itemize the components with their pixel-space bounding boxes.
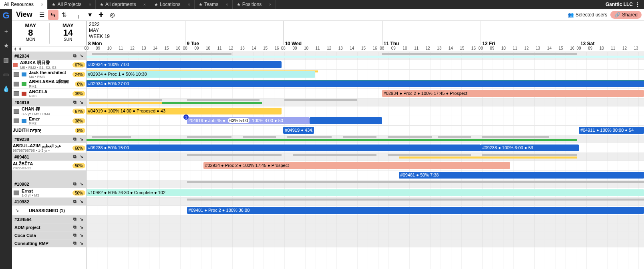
tab-locations[interactable]: ★ Locations × [150, 0, 195, 9]
timeline-row[interactable] [87, 98, 644, 106]
task-bar[interactable]: #09481 ● Proc 2 ● 100% 36:00 [187, 207, 644, 214]
task-bar[interactable] [187, 99, 260, 101]
task-bar[interactable] [382, 53, 577, 55]
open-icon[interactable]: ⧉ [72, 99, 78, 106]
task-bar[interactable] [293, 154, 376, 156]
task-bar[interactable] [287, 136, 332, 138]
timeline-row[interactable]: #09238 ● 50% 15:00#09238 ● 100% 6:00 ● 5… [87, 143, 644, 153]
unassigned-row[interactable]: ↘UNASSIGNED (1) [12, 206, 86, 215]
timeline-row[interactable]: #09481 ● Proc 2 ● 100% 36:00 [87, 206, 644, 215]
focus-icon[interactable]: ◎ [107, 10, 118, 20]
task-bar[interactable] [187, 181, 644, 183]
open-icon[interactable]: ⧉ [72, 53, 78, 59]
add-icon[interactable]: ＋ [1, 26, 11, 36]
task-bar[interactable] [87, 56, 382, 58]
resource-row[interactable]: ABDUL-AZIM عبد العظيم98798798798 • 1-3 y… [12, 143, 86, 153]
chevron-down-icon[interactable]: ↘ [78, 224, 85, 231]
task-bar[interactable] [482, 154, 577, 156]
chevron-down-icon[interactable]: ↘ [78, 136, 85, 143]
task-bar[interactable]: #02934 ● 100% 7:00 [87, 61, 282, 68]
resource-row[interactable]: Jack the architectM4 • RM324% [12, 70, 86, 79]
task-bar[interactable]: #04919 ● 434… [283, 127, 314, 134]
task-bar[interactable]: #02934 ● 50% 27:00 [87, 80, 644, 87]
timeline-row[interactable]: #02934 ● 100% 7:00 [87, 60, 644, 70]
open-icon[interactable]: ⧉ [72, 240, 78, 247]
task-bar[interactable] [343, 136, 376, 138]
timeline-row[interactable]: #02934 ● Proc 2 ● 100% 17:45 ● Prospect [87, 161, 644, 171]
tab-all-resources[interactable]: All Resources × [0, 0, 48, 9]
task-bar[interactable] [89, 99, 162, 101]
group-row[interactable]: #10982⧉↘ [12, 180, 86, 188]
task-bar[interactable] [187, 136, 231, 138]
task-bar[interactable]: #04919 ● 100% 14:00 ● Proposed ● 43 [87, 108, 282, 114]
shared-button[interactable]: 🔗 Shared [610, 11, 642, 19]
group-row[interactable]: Consulting RMP⧉↘ [12, 239, 86, 247]
task-bar[interactable] [284, 99, 357, 101]
task-bar[interactable]: #02934 ● Proc 1 ● 50% 10:38 [87, 71, 315, 78]
timeline-row[interactable]: #04919 ● 100% 14:00 ● Proposed ● 43 [87, 106, 644, 116]
open-icon[interactable]: ⧉ [72, 181, 78, 187]
resource-row[interactable]: ASUKA 明日香M5 • RM2 • S1, S2, S367% [12, 60, 86, 70]
calendar-add-icon[interactable]: ✚ [96, 10, 107, 20]
task-bar[interactable] [482, 136, 549, 138]
collapse-up-icon[interactable]: ⇞ [18, 47, 22, 51]
archive-icon[interactable]: ▭ [1, 70, 11, 79]
open-icon[interactable]: ⧉ [72, 154, 78, 160]
chevron-down-icon[interactable]: ↘ [78, 199, 85, 205]
chevron-down-icon[interactable]: ↘ [14, 207, 20, 214]
timeline-row[interactable]: #02934 ● 50% 27:00 [87, 79, 644, 89]
selected-users-button[interactable]: 👥 Selected users [568, 12, 607, 18]
close-icon[interactable]: × [41, 2, 43, 7]
task-bar[interactable]: #04911 ● 100% 00:00 ● 54 [579, 127, 644, 134]
group-row[interactable]: #02934⧉↘ [12, 52, 86, 60]
resource-row[interactable]: Ernst1-3 yr • M350% [12, 188, 86, 198]
date-start[interactable]: MAY 8 MON [12, 21, 49, 46]
task-bar[interactable]: #09481 ● 50% 7:38 [399, 172, 644, 179]
drop-icon[interactable]: 💧 [1, 84, 11, 94]
task-bar[interactable] [243, 136, 276, 138]
resource-row[interactable]: EmerRM238% [12, 116, 86, 126]
group-row[interactable]: Coca Cola⧉↘ [12, 231, 86, 239]
org-name[interactable]: Ganttic LLC ⋮ [602, 0, 644, 9]
timeline-row[interactable] [87, 239, 644, 247]
task-bar[interactable] [187, 199, 644, 201]
task-bar[interactable] [89, 102, 162, 104]
task-bar[interactable] [187, 154, 282, 156]
tab-positions[interactable]: ★ Positions × [233, 0, 276, 9]
task-bar[interactable] [92, 136, 131, 138]
timeline-row[interactable] [87, 153, 644, 161]
timeline-row[interactable]: #02934 ● Proc 2 ● 100% 17:45 ● Prospect [87, 89, 644, 98]
timeline-row[interactable] [87, 135, 644, 143]
tab-teams[interactable]: ★ Teams × [195, 0, 233, 9]
task-bar[interactable]: #02934 ● Proc 2 ● 100% 17:45 ● Prospect [203, 162, 510, 169]
sort-icon[interactable]: ⇅ [59, 10, 70, 20]
timeline-row[interactable]: #10982 ● 50% 76:30 ● Complete ● 102 [87, 188, 644, 198]
timeline-row[interactable]: #02934 ● Proc 1 ● 50% 10:38 [87, 70, 644, 79]
task-bar[interactable]: #09238 ● 50% 15:00 [87, 145, 481, 151]
group-row[interactable]: #334564⧉↘ [12, 215, 86, 223]
group-row[interactable]: ADM project⧉↘ [12, 223, 86, 231]
chevron-down-icon[interactable]: ↘ [78, 53, 85, 59]
timeline-row[interactable] [87, 231, 644, 239]
resource-row[interactable]: ALŽBĚTA2022-03-2250% [12, 161, 86, 171]
task-bar[interactable] [87, 139, 577, 141]
timeline-row[interactable] [87, 215, 644, 223]
group-row[interactable]: #04919⧉↘ [12, 98, 86, 106]
group-row[interactable]: #09481⧉↘ [12, 153, 86, 161]
resource-row[interactable]: ANGELARM339% [12, 89, 86, 98]
hierarchy-icon[interactable]: ⇆ [48, 10, 58, 20]
task-bar[interactable] [388, 154, 471, 156]
filter-col-icon[interactable]: ┬ [74, 10, 84, 20]
resource-row[interactable]: JUDITH יְהוּדִית8% [12, 126, 86, 135]
star-icon[interactable]: ★ [1, 41, 11, 50]
open-icon[interactable]: ⧉ [72, 216, 78, 223]
close-icon[interactable]: × [269, 2, 271, 7]
filter-icon[interactable]: ▼ [85, 10, 95, 20]
task-bar[interactable]: #02934 ● Proc 2 ● 100% 17:45 ● Prospect [382, 90, 644, 97]
timeline-row[interactable] [87, 198, 644, 206]
task-bar[interactable]: #10982 ● 50% 76:30 ● Complete ● 102 [87, 189, 644, 196]
task-bar[interactable] [399, 157, 577, 159]
menu-icon[interactable]: ☰ [37, 10, 47, 20]
tab-all-projects[interactable]: ★ All Projects × [48, 0, 95, 9]
chevron-down-icon[interactable]: ↘ [78, 216, 85, 223]
